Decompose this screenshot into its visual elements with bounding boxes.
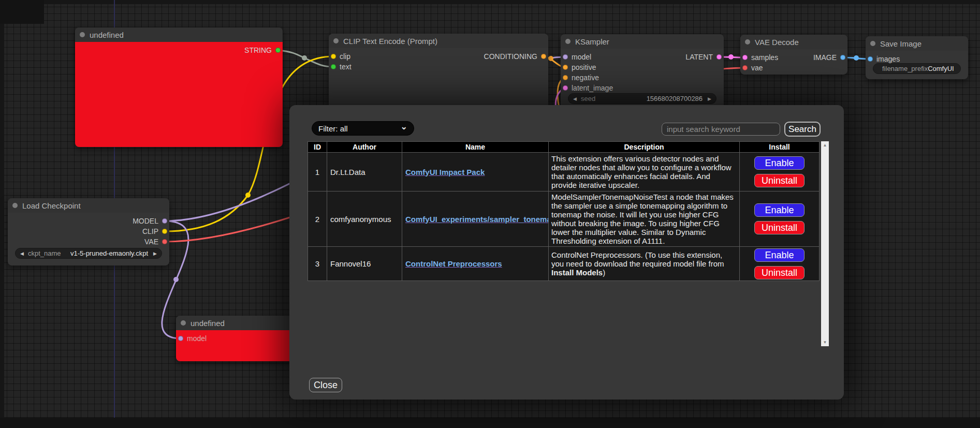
input-port-negative[interactable]: negative <box>563 72 599 83</box>
port-dot-icon[interactable] <box>563 75 568 80</box>
cell-id: 2 <box>308 191 327 247</box>
scroll-up-icon[interactable]: ▲ <box>821 141 829 149</box>
collapse-dot-icon[interactable] <box>333 38 339 43</box>
widget-label: filename_prefix <box>882 65 928 72</box>
input-port-vae[interactable]: vae <box>742 63 763 73</box>
widget-label: ckpt_name <box>28 249 61 257</box>
node-save-image[interactable]: Save Imageimagesfilename_prefixComfyUI <box>866 36 968 79</box>
uninstall-button[interactable]: Uninstall <box>754 266 805 279</box>
filter-select[interactable]: Filter: all ⌄ <box>312 121 414 136</box>
filter-select-value: Filter: all <box>318 124 348 133</box>
collapse-dot-icon[interactable] <box>12 203 18 208</box>
input-port-model[interactable]: model <box>563 52 591 62</box>
node-ksampler[interactable]: KSamplermodelLATENTpositivenegativelaten… <box>561 34 724 109</box>
table-row: 1Dr.Lt.DataComfyUI Impact PackThis exten… <box>308 153 820 191</box>
input-port-samples[interactable]: samples <box>742 52 778 63</box>
input-port-latent_image[interactable]: latent_image <box>563 83 613 93</box>
cell-id: 1 <box>308 153 327 191</box>
collapse-dot-icon[interactable] <box>80 32 85 37</box>
widget-arrow-right-icon[interactable]: ▶ <box>153 251 157 256</box>
node-load-checkpoint[interactable]: Load CheckpointMODELCLIPVAE◀ckpt_namev1-… <box>8 198 169 265</box>
port-dot-icon[interactable] <box>840 55 845 60</box>
output-port-LATENT[interactable]: LATENT <box>685 52 722 62</box>
port-dot-icon[interactable] <box>563 54 568 60</box>
port-dot-icon[interactable] <box>162 239 167 244</box>
cell-description: This extension offers various detector n… <box>549 153 740 191</box>
input-port-positive[interactable]: positive <box>563 62 596 72</box>
cell-install: EnableUninstall <box>740 247 820 281</box>
port-dot-icon[interactable] <box>868 56 873 62</box>
port-dot-icon[interactable] <box>162 229 167 234</box>
cell-name: ComfyUI_experiments/sampler_tonemap <box>402 191 549 247</box>
node-title: KSampler <box>575 37 609 46</box>
port-row: negative <box>561 72 724 83</box>
extension-link[interactable]: ComfyUI_experiments/sampler_tonemap <box>405 215 549 224</box>
output-port-CLIP[interactable]: CLIP <box>142 226 167 237</box>
extension-link[interactable]: ComfyUI Impact Pack <box>405 168 485 176</box>
output-port-IMAGE[interactable]: IMAGE <box>813 52 845 63</box>
widget-filename_prefix[interactable]: filename_prefixComfyUI <box>873 63 961 74</box>
port-dot-icon[interactable] <box>178 336 183 341</box>
cell-install: EnableUninstall <box>740 153 820 191</box>
port-dot-icon[interactable] <box>331 64 336 69</box>
cell-name: ControlNet Preprocessors <box>402 247 549 281</box>
search-button[interactable]: Search <box>784 122 821 137</box>
node-undefined-string[interactable]: undefinedSTRING <box>75 27 283 147</box>
node-title: Load Checkpoint <box>22 201 81 210</box>
port-dot-icon[interactable] <box>742 55 748 60</box>
enable-button[interactable]: Enable <box>754 156 805 170</box>
widget-seed[interactable]: ◀seed156680208700286▶ <box>568 93 716 104</box>
widget-arrow-right-icon[interactable]: ▶ <box>708 96 711 101</box>
wire-midpoint-dot <box>548 56 553 61</box>
output-port-VAE[interactable]: VAE <box>144 237 167 247</box>
output-port-MODEL[interactable]: MODEL <box>133 216 167 226</box>
table-scrollbar[interactable]: ▲ ▼ <box>821 141 829 346</box>
uninstall-button[interactable]: Uninstall <box>754 221 805 234</box>
port-dot-icon[interactable] <box>541 54 546 59</box>
description-text: This extension offers various detector n… <box>551 154 732 189</box>
column-header-author: Author <box>327 142 402 153</box>
collapse-dot-icon[interactable] <box>870 41 875 46</box>
collapse-dot-icon[interactable] <box>745 39 750 45</box>
output-port-CONDITIONING[interactable]: CONDITIONING <box>484 51 546 62</box>
port-dot-icon[interactable] <box>275 48 281 53</box>
node-clip-text-encode[interactable]: CLIP Text Encode (Prompt)clipCONDITIONIN… <box>329 34 548 111</box>
search-input[interactable] <box>662 123 780 136</box>
install-buttons: EnableUninstall <box>740 203 819 234</box>
collapse-dot-icon[interactable] <box>565 39 571 44</box>
port-dot-icon[interactable] <box>162 218 167 224</box>
port-label: model <box>572 53 591 61</box>
port-dot-icon[interactable] <box>742 65 748 70</box>
node-body: MODELCLIPVAE◀ckpt_namev1-5-pruned-emaonl… <box>8 213 169 265</box>
collapse-dot-icon[interactable] <box>181 320 186 326</box>
output-port-STRING[interactable]: STRING <box>244 45 281 55</box>
port-dot-icon[interactable] <box>716 54 722 60</box>
close-button[interactable]: Close <box>309 378 342 392</box>
scroll-down-icon[interactable]: ▼ <box>821 338 829 346</box>
input-port-text[interactable]: text <box>331 62 352 72</box>
widget-label: seed <box>581 95 595 102</box>
extension-link[interactable]: ControlNet Preprocessors <box>405 259 502 268</box>
cell-author: Fannovel16 <box>327 247 402 281</box>
input-port-clip[interactable]: clip <box>331 51 350 62</box>
port-dot-icon[interactable] <box>331 54 336 59</box>
manager-extension-dialog: Filter: all ⌄ Search IDAuthorNameDescrip… <box>289 105 844 400</box>
widget-ckpt_name[interactable]: ◀ckpt_namev1-5-pruned-emaonly.ckpt▶ <box>15 248 162 259</box>
enable-button[interactable]: Enable <box>754 203 805 217</box>
uninstall-button[interactable]: Uninstall <box>754 174 805 187</box>
widget-arrow-left-icon[interactable]: ◀ <box>20 251 24 256</box>
extensions-table: IDAuthorNameDescriptionInstall1Dr.Lt.Dat… <box>308 141 820 281</box>
cell-author: comfyanonymous <box>327 191 402 247</box>
node-vae-decode[interactable]: VAE DecodesamplesIMAGEvae <box>740 35 847 75</box>
port-dot-icon[interactable] <box>563 65 568 70</box>
port-dot-icon[interactable] <box>563 85 568 91</box>
input-port-images[interactable]: images <box>868 54 900 64</box>
port-row: VAE <box>8 237 169 247</box>
port-label: latent_image <box>572 84 613 92</box>
enable-button[interactable]: Enable <box>754 248 805 262</box>
port-label: IMAGE <box>813 53 837 62</box>
input-port-model[interactable]: model <box>178 333 207 344</box>
node-titlebar: VAE Decode <box>740 35 847 49</box>
port-label: model <box>187 334 207 343</box>
widget-arrow-left-icon[interactable]: ◀ <box>573 96 577 101</box>
